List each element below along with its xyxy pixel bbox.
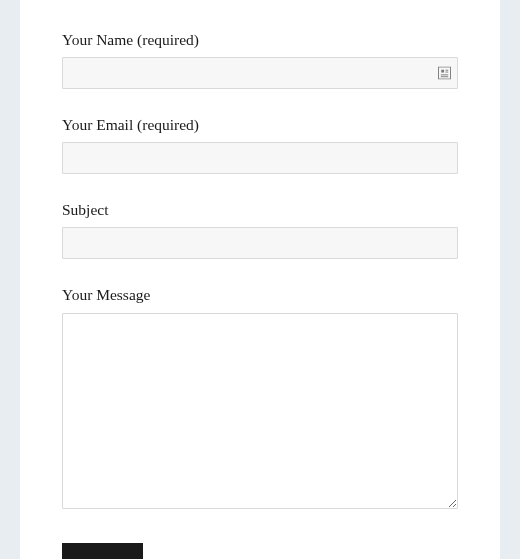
message-field-group: Your Message bbox=[62, 285, 458, 512]
name-input-wrapper bbox=[62, 57, 458, 89]
email-label: Your Email (required) bbox=[62, 115, 458, 135]
email-input[interactable] bbox=[62, 142, 458, 174]
email-field-group: Your Email (required) bbox=[62, 115, 458, 174]
message-label: Your Message bbox=[62, 285, 458, 305]
name-label: Your Name (required) bbox=[62, 30, 458, 50]
subject-input[interactable] bbox=[62, 227, 458, 259]
contact-form-card: Your Name (required) Your Email (require… bbox=[20, 0, 500, 559]
name-input[interactable] bbox=[62, 57, 458, 89]
message-textarea[interactable] bbox=[62, 313, 458, 509]
name-field-group: Your Name (required) bbox=[62, 30, 458, 89]
subject-label: Subject bbox=[62, 200, 458, 220]
send-button[interactable]: Send bbox=[62, 543, 143, 559]
subject-field-group: Subject bbox=[62, 200, 458, 259]
